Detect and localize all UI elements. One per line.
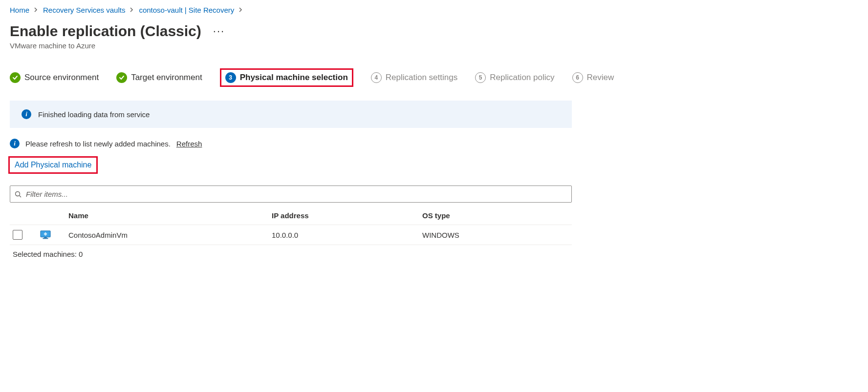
filter-input[interactable] bbox=[10, 186, 572, 203]
column-name[interactable]: Name bbox=[68, 211, 268, 220]
svg-point-0 bbox=[16, 191, 20, 196]
svg-rect-4 bbox=[43, 238, 48, 239]
table-header: Name IP address OS type bbox=[10, 206, 572, 225]
step-number-icon: 5 bbox=[475, 72, 486, 83]
step-target-environment[interactable]: Target environment bbox=[116, 72, 202, 83]
breadcrumb: Home Recovery Services vaults contoso-va… bbox=[10, 6, 858, 14]
step-replication-settings[interactable]: 4 Replication settings bbox=[371, 72, 457, 83]
step-physical-machine-selection[interactable]: 3 Physical machine selection bbox=[225, 72, 348, 83]
cell-ip: 10.0.0.0 bbox=[272, 231, 418, 239]
page-title: Enable replication (Classic) bbox=[10, 23, 201, 40]
checkmark-icon bbox=[10, 72, 21, 83]
column-os[interactable]: OS type bbox=[422, 211, 569, 220]
step-label: Physical machine selection bbox=[240, 73, 348, 83]
info-icon: i bbox=[22, 109, 31, 119]
step-review[interactable]: 6 Review bbox=[572, 72, 614, 83]
wizard-steps: Source environment Target environment 3 … bbox=[10, 68, 858, 87]
breadcrumb-vaults[interactable]: Recovery Services vaults bbox=[43, 6, 125, 14]
refresh-prompt: i Please refresh to list newly added mac… bbox=[10, 139, 858, 148]
column-ip[interactable]: IP address bbox=[272, 211, 418, 220]
cell-os: WINDOWS bbox=[422, 231, 569, 239]
table-row[interactable]: ContosoAdminVm 10.0.0.0 WINDOWS bbox=[10, 225, 572, 245]
refresh-link[interactable]: Refresh bbox=[176, 140, 202, 148]
add-physical-machine-link[interactable]: Add Physical machine bbox=[15, 161, 91, 169]
chevron-right-icon bbox=[130, 6, 134, 14]
search-icon bbox=[15, 191, 22, 198]
info-banner: i Finished loading data from service bbox=[10, 101, 572, 128]
step-replication-policy[interactable]: 5 Replication policy bbox=[475, 72, 554, 83]
step-number-icon: 6 bbox=[572, 72, 583, 83]
info-message: Finished loading data from service bbox=[38, 110, 150, 119]
step-label: Replication policy bbox=[490, 73, 554, 83]
more-actions-button[interactable]: ··· bbox=[213, 25, 225, 38]
svg-line-1 bbox=[20, 195, 22, 197]
refresh-text: Please refresh to list newly added machi… bbox=[25, 140, 171, 148]
selected-machines: Selected machines: 0 bbox=[10, 245, 572, 263]
machines-table: Name IP address OS type ContosoAdminVm 1… bbox=[10, 206, 572, 263]
page-subtitle: VMware machine to Azure bbox=[10, 41, 858, 50]
step-number-icon: 3 bbox=[225, 72, 236, 83]
step-label: Target environment bbox=[131, 73, 202, 83]
chevron-right-icon bbox=[239, 6, 243, 14]
step-label: Replication settings bbox=[386, 73, 457, 83]
breadcrumb-home[interactable]: Home bbox=[10, 6, 29, 14]
cell-name: ContosoAdminVm bbox=[68, 231, 268, 239]
chevron-right-icon bbox=[34, 6, 38, 14]
step-number-icon: 4 bbox=[371, 72, 382, 83]
svg-rect-3 bbox=[44, 237, 47, 238]
monitor-icon bbox=[40, 230, 51, 240]
checkmark-icon bbox=[116, 72, 127, 83]
row-checkbox[interactable] bbox=[13, 230, 22, 240]
step-label: Review bbox=[587, 73, 614, 83]
step-source-environment[interactable]: Source environment bbox=[10, 72, 99, 83]
info-icon: i bbox=[10, 139, 20, 148]
breadcrumb-vault-recovery[interactable]: contoso-vault | Site Recovery bbox=[139, 6, 234, 14]
filter-wrapper bbox=[10, 186, 572, 203]
step-label: Source environment bbox=[24, 73, 99, 83]
